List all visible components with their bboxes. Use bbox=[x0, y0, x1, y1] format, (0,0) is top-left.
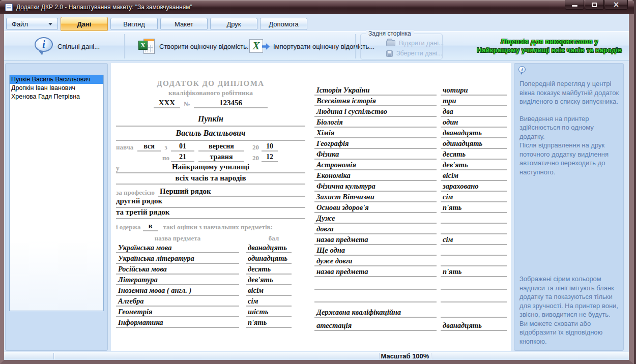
subject-row: Хімія дванадцять bbox=[314, 128, 508, 138]
subject-name: Географія bbox=[314, 139, 437, 149]
subject-row: Державна кваліфікаційна bbox=[314, 302, 508, 318]
studied-suffix: вся bbox=[137, 142, 161, 151]
day-to: 21 bbox=[171, 153, 194, 162]
close-icon: × bbox=[613, 1, 620, 9]
minimize-button[interactable] bbox=[565, 0, 584, 10]
student-list-item[interactable]: Пупкін Василь Васильович bbox=[10, 75, 103, 84]
subject-row bbox=[314, 277, 508, 290]
subject-row: Українська мова дванадцять bbox=[116, 242, 305, 253]
subject-grade: одинадцять bbox=[246, 254, 292, 264]
profession-line-3: та третій рядок bbox=[116, 208, 305, 219]
grades-table-header: назва предмета бал bbox=[116, 234, 305, 242]
open-data-button[interactable]: Відкрити дані... bbox=[386, 39, 444, 48]
study-from-row: навча вся з 01 вересня 20 10 bbox=[116, 141, 305, 151]
subject-grade: один bbox=[441, 118, 507, 128]
subject-name: Фізична культура bbox=[314, 182, 437, 192]
floppy-icon bbox=[386, 50, 393, 57]
back-page-group-title: Задня сторінка bbox=[366, 30, 414, 37]
subject-row: Географія одинадцять bbox=[314, 138, 508, 149]
diploma-series: XXX bbox=[154, 99, 180, 108]
student-list-item[interactable]: Дропкін Іван Іванович bbox=[10, 84, 103, 93]
close-button[interactable]: × bbox=[604, 0, 628, 10]
tab-strip: Файл Дані Вигляд Макет bbox=[4, 15, 629, 31]
subject-grade bbox=[441, 317, 507, 318]
app-window: Додатки ДКР 2.0 - Налаштування макету: "… bbox=[0, 0, 634, 364]
subjects-right-table: Історія України чотири Всесвітня історія… bbox=[314, 85, 508, 331]
back-page-group: Задня сторінка Відкрити дані... Зберегти… bbox=[360, 34, 443, 59]
subject-grade bbox=[441, 289, 507, 290]
subject-grade: дев'ять bbox=[441, 161, 507, 170]
subject-name: Біологія bbox=[314, 118, 437, 128]
maximize-button[interactable] bbox=[585, 0, 604, 10]
subject-row: Ще одна bbox=[314, 245, 508, 256]
subject-name bbox=[314, 301, 437, 302]
subject-grade: дев'ять bbox=[246, 276, 292, 285]
window-title: Додатки ДКР 2.0 - Налаштування макету: "… bbox=[16, 4, 192, 11]
subject-grade bbox=[441, 233, 507, 234]
subject-grade: дванадцять bbox=[441, 321, 507, 331]
subject-grade: десять bbox=[441, 150, 507, 160]
student-list-item[interactable]: Хренова Гадя Петрівна bbox=[10, 93, 103, 101]
students-panel: Пупкін Василь Васильович Дропкін Іван Ів… bbox=[5, 63, 108, 351]
tab[interactable]: Друк bbox=[210, 18, 257, 30]
subject-name: Економіка bbox=[314, 171, 437, 181]
subject-row: Фізична культура зараховано bbox=[314, 181, 508, 192]
subject-grade: дванадцять bbox=[246, 244, 292, 253]
subject-name: Державна кваліфікаційна bbox=[314, 308, 437, 318]
titlebar[interactable]: Додатки ДКР 2.0 - Налаштування макету: "… bbox=[0, 0, 634, 14]
subject-row: Всесвітня історія три bbox=[314, 96, 508, 106]
subject-grade: сім bbox=[246, 297, 292, 307]
students-list[interactable]: Пупкін Василь Васильович Дропкін Іван Ів… bbox=[9, 75, 104, 311]
month-from: вересня bbox=[198, 142, 244, 151]
subject-name: Іноземна мова ( англ. ) bbox=[116, 286, 239, 296]
surname-line: Пупкін bbox=[116, 114, 305, 127]
student-name: Хренова Гадя Петрівна bbox=[11, 93, 80, 100]
patronymic-line: Василь Васильович bbox=[116, 129, 305, 141]
subject-name: Алгебра bbox=[116, 297, 239, 307]
subject-row: Захист Вітчизни сім bbox=[314, 192, 508, 202]
toolbar-separator bbox=[124, 34, 125, 58]
create-sheet-label: Створити оціночну відомість... bbox=[159, 43, 252, 50]
subject-grade: два bbox=[441, 107, 507, 117]
license-text: Ліцензія для використання у Найкращому у… bbox=[473, 37, 626, 54]
study-to-row: по 21 травня 20 12 bbox=[116, 151, 305, 162]
label-at: у bbox=[116, 164, 120, 172]
label-from: з bbox=[161, 143, 171, 151]
info-paragraph: Попередній перегляд у центрі вікна показ… bbox=[519, 79, 620, 106]
subject-name: Література bbox=[116, 276, 239, 285]
save-data-button[interactable]: Зберегти дані... bbox=[386, 49, 443, 58]
tab-label: Дані bbox=[77, 20, 92, 28]
subject-name: Російська мова bbox=[116, 265, 239, 275]
subject-grade: три bbox=[441, 97, 507, 106]
import-sheet-button[interactable]: X Імпортувати оціночну відомість... bbox=[245, 34, 379, 58]
subject-name: Історія України bbox=[314, 86, 437, 96]
label-received: і одержа bbox=[116, 223, 141, 231]
tab[interactable]: Вигляд bbox=[110, 18, 158, 30]
app-content: Файл Дані Вигляд Макет bbox=[4, 14, 629, 360]
tab-label: Допомога bbox=[269, 20, 298, 28]
create-sheet-button[interactable]: X Створити оціночну відомість... bbox=[134, 34, 256, 58]
school-line-1: у Найкращому училищі bbox=[116, 162, 305, 173]
subject-row: назва предмета п'ять bbox=[314, 266, 508, 277]
license-line2: Найкращому училищі всіх часів та народів bbox=[473, 46, 626, 54]
subject-row: Людина і суспільство два bbox=[314, 106, 508, 117]
subject-name: Всесвітня історія bbox=[314, 97, 437, 106]
document-subtitle: кваліфікованого робітника bbox=[116, 89, 305, 97]
file-menu-button[interactable]: Файл bbox=[6, 18, 58, 30]
subject-grade: вісім bbox=[246, 286, 292, 296]
tab-label: Макет bbox=[175, 20, 193, 28]
tab[interactable]: Дані bbox=[61, 17, 108, 31]
tab-label: Вигляд bbox=[123, 20, 145, 28]
number-sign: № bbox=[184, 100, 190, 108]
save-data-label: Зберегти дані... bbox=[396, 50, 443, 57]
profession-row: за професією Перший рядок bbox=[116, 185, 305, 197]
info-balloon-icon: i bbox=[35, 37, 53, 55]
tab[interactable]: Макет bbox=[160, 18, 208, 30]
subject-grade: десять bbox=[246, 265, 292, 275]
profession-line-2: другий рядок bbox=[116, 197, 305, 208]
status-separator bbox=[53, 353, 54, 359]
info-panel: i Попередній перегляд у центрі вікна пок… bbox=[514, 63, 624, 351]
student-name: Пупкін Василь Васильович bbox=[11, 76, 91, 83]
tab[interactable]: Допомога bbox=[260, 18, 307, 30]
common-data-button[interactable]: i Спільні дані... bbox=[31, 34, 104, 58]
